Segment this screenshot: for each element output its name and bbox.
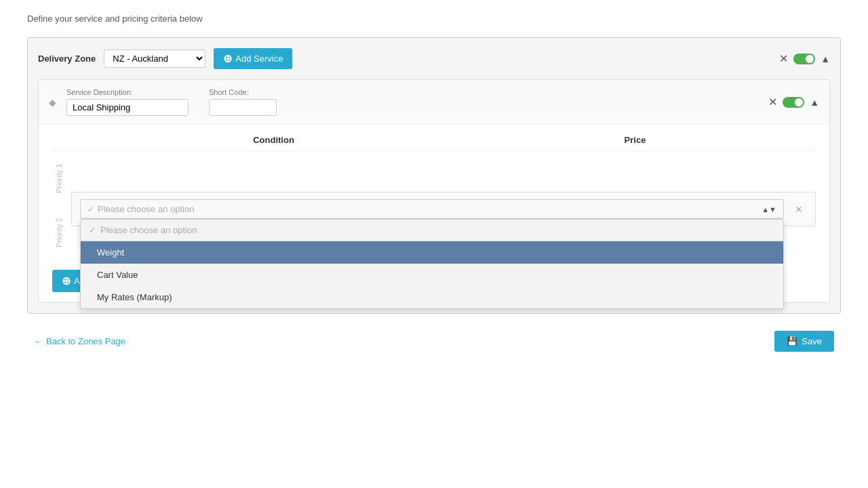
zone-label: Delivery Zone <box>38 54 96 64</box>
back-to-zones-link[interactable]: ← Back to Zones Page <box>34 336 125 346</box>
condition-dropdown-container: ✓ Please choose an option ▲▼ ✓ <box>80 199 784 219</box>
dropdown-arrow-icon: ▲▼ <box>762 205 776 214</box>
pricing-columns: Condition Price <box>52 135 816 151</box>
condition-col-header: Condition <box>93 135 454 145</box>
condition-dropdown-trigger[interactable]: ✓ Please choose an option ▲▼ <box>80 199 784 219</box>
service-close-icon[interactable]: ✕ <box>768 96 777 108</box>
short-code-input[interactable] <box>209 99 277 116</box>
page-container: Define your service and pricing criteria… <box>0 0 868 365</box>
service-card: ◆ Service Description: Short Code: ✕ ▲ <box>38 79 830 303</box>
toggle-switch[interactable] <box>793 54 815 64</box>
priority-content: ✓ Please choose an option ▲▼ ✓ <box>71 158 816 260</box>
top-bar-right: ✕ ▲ <box>779 52 830 65</box>
description-label: Service Description: <box>66 88 189 96</box>
priority1-label: Priority 1 <box>55 158 63 199</box>
service-header-right: ✕ ▲ <box>768 96 819 108</box>
condition-dropdown-menu: ✓ Please choose an option Weight Cart Va… <box>80 219 784 309</box>
service-toggle-switch[interactable] <box>783 97 804 108</box>
save-icon: 💾 <box>787 336 797 346</box>
priority2-inner: ✓ Please choose an option ▲▼ ✓ <box>80 199 807 219</box>
priority-labels: Priority 1 Priority 2 <box>52 158 66 260</box>
description-field-group: Service Description: <box>66 88 189 116</box>
price-col-header: Price <box>454 135 816 145</box>
bottom-bar: ← Back to Zones Page 💾 Save <box>27 331 841 352</box>
dropdown-menu-placeholder: Please choose an option <box>100 225 197 235</box>
close-icon[interactable]: ✕ <box>779 52 788 65</box>
priority2-label: Priority 2 <box>55 205 63 260</box>
row-delete-icon[interactable]: ✕ <box>791 203 807 216</box>
short-code-field-group: Short Code: <box>209 88 277 116</box>
main-card: Delivery Zone NZ - Auckland NZ - Welling… <box>27 37 841 314</box>
back-arrow-icon: ← <box>34 336 43 346</box>
checkmark-icon: ✓ <box>87 205 94 214</box>
dropdown-trigger-text: ✓ Please choose an option <box>87 204 194 214</box>
pricing-area: Condition Price Priority 1 Priority 2 <box>39 125 829 302</box>
service-header: ◆ Service Description: Short Code: ✕ ▲ <box>39 80 829 125</box>
dropdown-placeholder: Please choose an option <box>98 204 194 214</box>
collapse-icon[interactable]: ▲ <box>821 54 830 64</box>
checkmark-placeholder-icon: ✓ <box>89 225 96 235</box>
dropdown-placeholder-row: ✓ Please choose an option <box>81 220 783 241</box>
top-bar: Delivery Zone NZ - Auckland NZ - Welling… <box>38 48 830 69</box>
service-collapse-icon[interactable]: ▲ <box>810 97 819 108</box>
dropdown-item-cart-value[interactable]: Cart Value <box>81 264 783 286</box>
save-label: Save <box>802 336 822 346</box>
dropdown-item-my-rates[interactable]: My Rates (Markup) <box>81 286 783 308</box>
short-code-label: Short Code: <box>209 88 277 96</box>
priority1-row <box>71 158 816 192</box>
priority2-row: ✓ Please choose an option ▲▼ ✓ <box>71 192 816 226</box>
zone-select[interactable]: NZ - Auckland NZ - Wellington NZ - Chris… <box>104 49 205 68</box>
service-fields: Service Description: Short Code: <box>66 88 758 116</box>
save-button[interactable]: 💾 Save <box>774 331 834 352</box>
drag-handle-icon[interactable]: ◆ <box>49 97 56 108</box>
plus-circle-icon: ⊕ <box>223 52 232 65</box>
add-service-button[interactable]: ⊕ Add Service <box>214 48 292 69</box>
page-subtitle: Define your service and pricing criteria… <box>27 14 841 24</box>
description-input[interactable] <box>66 99 189 116</box>
back-link-label: Back to Zones Page <box>46 336 125 346</box>
priorities-container: Priority 1 Priority 2 <box>52 158 816 260</box>
add-criteria-plus-icon: ⊕ <box>62 274 71 287</box>
dropdown-item-weight[interactable]: Weight <box>81 241 783 264</box>
